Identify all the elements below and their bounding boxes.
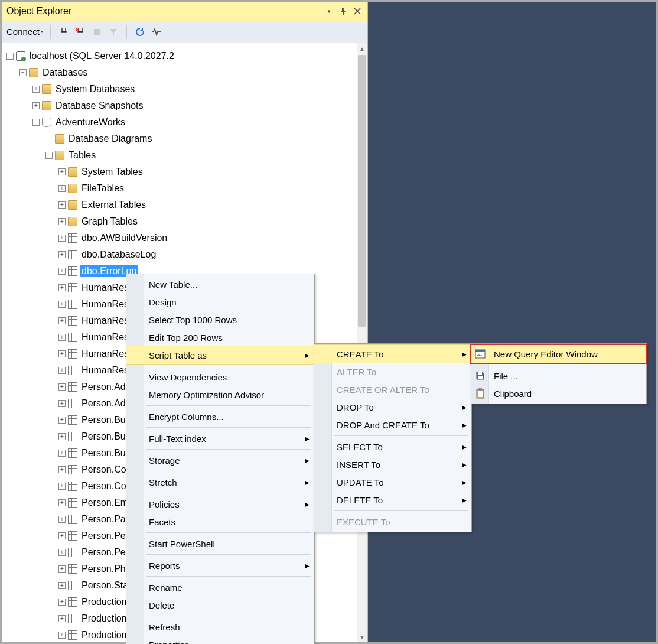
expand-icon[interactable]: + [58, 168, 66, 175]
menu-item-file[interactable]: File ... [471, 367, 646, 385]
expand-icon[interactable]: + [58, 632, 66, 639]
tree-node-server[interactable]: − localhost (SQL Server 14.0.2027.2 [6, 48, 367, 64]
menu-item-encrypt-columns[interactable]: Encrypt Columns... [126, 408, 314, 425]
menu-item-script-table-as[interactable]: Script Table as▶ [126, 346, 314, 364]
menu-item-properties[interactable]: Properties [126, 636, 314, 644]
tree-node[interactable]: + External Tables [6, 197, 367, 213]
expand-icon[interactable]: + [58, 599, 66, 606]
scroll-thumb[interactable] [358, 55, 366, 327]
menu-item-stretch[interactable]: Stretch▶ [126, 473, 314, 491]
stop-icon[interactable] [91, 26, 103, 38]
tree-node-tables[interactable]: − Tables [6, 147, 367, 164]
collapse-icon[interactable]: − [45, 152, 53, 159]
expand-icon[interactable]: + [58, 582, 66, 589]
collapse-icon[interactable]: − [6, 53, 14, 60]
menu-item-design[interactable]: Design [126, 293, 314, 311]
menu-item-start-powershell[interactable]: Start PowerShell [126, 535, 314, 552]
menu-item-storage[interactable]: Storage▶ [126, 451, 314, 469]
tree-node-adventureworks[interactable]: − AdventureWorks [6, 114, 367, 131]
expand-icon[interactable]: + [58, 450, 66, 457]
pin-icon[interactable] [338, 6, 348, 17]
expand-icon[interactable]: + [58, 284, 66, 291]
menu-item-delete-to[interactable]: DELETE To▶ [314, 491, 471, 509]
tree-node-label: HumanRes [80, 348, 131, 360]
tree-node-label: Production [80, 629, 129, 641]
menu-item-facets[interactable]: Facets [126, 513, 314, 531]
expand-icon[interactable]: + [58, 483, 66, 490]
menu-item-policies[interactable]: Policies▶ [126, 495, 314, 513]
activity-icon[interactable] [151, 26, 162, 38]
menu-item-edit-top[interactable]: Edit Top 200 Rows [126, 328, 314, 346]
menu-item-select-to[interactable]: SELECT To▶ [314, 438, 471, 456]
menu-item-drop-to[interactable]: DROP To▶ [314, 398, 471, 416]
vertical-scrollbar[interactable]: ▲ ▼ [357, 43, 367, 642]
tree-node-label: Person.Per [80, 547, 131, 558]
expand-icon[interactable]: + [58, 565, 66, 573]
menu-item-rename[interactable]: Rename [126, 578, 314, 596]
expand-icon[interactable]: + [58, 301, 66, 308]
expand-icon[interactable]: + [58, 466, 66, 473]
expand-icon[interactable]: + [58, 400, 66, 407]
expand-icon[interactable]: + [58, 417, 66, 424]
menu-item-memory-optimization[interactable]: Memory Optimization Advisor [126, 386, 314, 404]
close-icon[interactable] [352, 6, 363, 17]
expand-icon[interactable]: + [58, 549, 66, 556]
disconnect-icon[interactable] [74, 26, 86, 38]
menu-item-refresh[interactable]: Refresh [126, 618, 314, 636]
expand-icon[interactable]: + [58, 201, 66, 209]
tree-node[interactable]: + System Tables [6, 164, 367, 180]
expand-icon[interactable]: + [58, 235, 66, 242]
expand-icon[interactable]: + [58, 317, 66, 324]
collapse-icon[interactable]: − [19, 69, 27, 76]
connect-icon[interactable] [58, 26, 70, 38]
tree-node-label: HumanRes [80, 282, 131, 294]
table-icon [68, 448, 77, 458]
expand-icon[interactable]: + [58, 268, 66, 275]
tree-node[interactable]: + Graph Tables [6, 213, 367, 230]
menu-item-clipboard[interactable]: Clipboard [471, 385, 646, 402]
menu-item-update-to[interactable]: UPDATE To▶ [314, 473, 471, 491]
expand-icon[interactable]: + [58, 350, 66, 357]
tree-node-table[interactable]: +dbo.AWBuildVersion [6, 230, 367, 246]
tree-node-databases[interactable]: − Databases [6, 64, 367, 81]
tree-node-table[interactable]: +dbo.DatabaseLog [6, 246, 367, 263]
expand-icon[interactable]: + [32, 86, 40, 93]
expand-icon[interactable]: + [58, 532, 66, 539]
scroll-up-icon[interactable]: ▲ [357, 43, 367, 54]
filter-icon[interactable] [108, 26, 119, 38]
menu-item-create-or-alter-to: CREATE OR ALTER To [314, 380, 471, 398]
menu-item-create-to[interactable]: CREATE To▶ [314, 345, 471, 363]
connect-button[interactable]: Connect▾ [6, 27, 43, 37]
menu-item-delete[interactable]: Delete [126, 596, 314, 614]
expand-icon[interactable]: + [58, 383, 66, 391]
expand-icon[interactable]: + [58, 433, 66, 440]
chevron-right-icon: ▶ [305, 457, 310, 464]
menu-item-new-query-editor[interactable]: New Query Editor Window [471, 345, 646, 363]
collapse-icon[interactable]: − [32, 119, 40, 126]
menu-item-fulltext-index[interactable]: Full-Text index▶ [126, 430, 314, 447]
expand-icon[interactable]: + [58, 615, 66, 622]
expand-icon[interactable]: + [58, 218, 66, 225]
table-icon [68, 316, 77, 326]
expand-icon[interactable]: + [58, 334, 66, 341]
table-icon [68, 399, 77, 408]
menu-item-insert-to[interactable]: INSERT To▶ [314, 456, 471, 473]
tree-node[interactable]: + System Databases [6, 81, 367, 97]
refresh-icon[interactable] [134, 26, 146, 38]
scroll-down-icon[interactable]: ▼ [357, 632, 367, 642]
dropdown-icon[interactable]: ▼ [324, 6, 334, 17]
tree-node[interactable]: + FileTables [6, 180, 367, 197]
menu-item-reports[interactable]: Reports▶ [126, 557, 314, 574]
expand-icon[interactable]: + [58, 367, 66, 374]
tree-node[interactable]: + Database Snapshots [6, 97, 367, 114]
menu-item-view-dependencies[interactable]: View Dependencies [126, 368, 314, 386]
expand-icon[interactable]: + [58, 516, 66, 523]
expand-icon[interactable]: + [58, 251, 66, 258]
tree-node[interactable]: Database Diagrams [6, 131, 367, 147]
expand-icon[interactable]: + [58, 185, 66, 192]
menu-item-drop-and-create-to[interactable]: DROP And CREATE To▶ [314, 416, 471, 434]
menu-item-select-top[interactable]: Select Top 1000 Rows [126, 311, 314, 328]
expand-icon[interactable]: + [32, 102, 40, 109]
menu-item-new-table[interactable]: New Table... [126, 275, 314, 293]
expand-icon[interactable]: + [58, 499, 66, 506]
